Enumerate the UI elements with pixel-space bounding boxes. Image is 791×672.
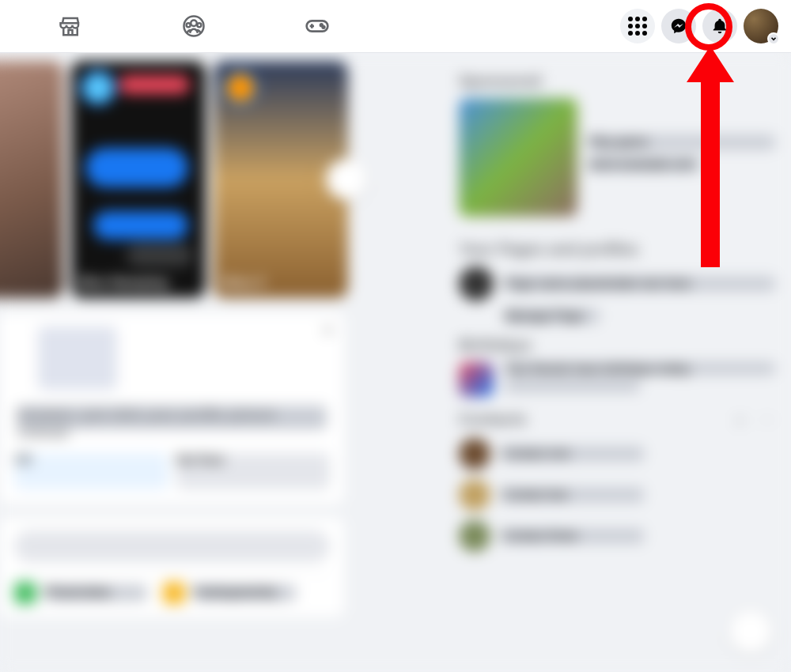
main-column: Story 1 Blue Stamping Story 3 × browser,… — [0, 61, 356, 617]
page-name: Page name placeholder text here — [505, 277, 775, 291]
composer-input[interactable] — [14, 530, 330, 562]
gaming-icon — [305, 13, 330, 39]
contact-avatar — [459, 520, 490, 552]
story-card[interactable]: Story 3 — [214, 61, 348, 298]
feeling-icon — [163, 582, 185, 604]
promo-actions: OK Not Now — [14, 453, 330, 489]
contact-name: Contact three — [501, 529, 644, 543]
contact-item[interactable]: Contact one — [459, 438, 775, 470]
contacts-title: Contacts — [459, 410, 527, 428]
ad-subtitle: store.example.com — [589, 157, 701, 172]
manage-page-label: Manage Page — [505, 309, 600, 323]
promo-primary-button[interactable]: OK — [14, 453, 168, 489]
composer-photo-label: Photo/video — [44, 585, 147, 601]
search-icon[interactable]: ⌕ — [736, 410, 745, 428]
promo-secondary-button[interactable]: Not Now — [176, 453, 331, 489]
story-avatar — [81, 70, 115, 105]
contact-name: Contact two — [501, 488, 644, 502]
story-label — [119, 75, 190, 94]
chat-bubble — [93, 211, 188, 240]
notifications-button[interactable] — [702, 9, 737, 43]
contact-avatar — [459, 479, 490, 511]
composer-photo-button[interactable]: Photo/video — [14, 582, 147, 604]
page-avatar — [459, 266, 494, 301]
promo-image — [38, 327, 117, 390]
groups-nav[interactable] — [180, 12, 208, 40]
top-bar — [0, 0, 791, 53]
svg-point-6 — [323, 26, 325, 28]
gaming-nav[interactable] — [303, 12, 331, 40]
contact-name: Contact one — [501, 447, 644, 461]
ad-image — [459, 98, 577, 217]
photo-icon — [14, 582, 36, 604]
chevron-down-icon — [767, 32, 780, 45]
bell-icon — [711, 17, 729, 35]
contacts-header: Contacts ⌕ ⋯ — [459, 410, 775, 428]
stories-next-button[interactable] — [326, 159, 367, 200]
composer-card: Photo/video Feeling/activity — [0, 518, 344, 617]
groups-icon — [182, 14, 206, 38]
svg-point-1 — [191, 21, 197, 27]
sponsored-title: Sponsored — [459, 72, 775, 90]
chat-bubble — [127, 244, 193, 266]
promo-card: × browser, just click your profile pictu… — [0, 312, 344, 504]
birthday-item[interactable]: Two friends have birthdays today. — [459, 362, 775, 397]
composer-feeling-button[interactable]: Feeling/activity — [163, 582, 296, 604]
ad-text: Play game store.example.com — [589, 135, 775, 179]
story-name: Blue Stamping — [79, 276, 198, 290]
grid-icon — [628, 17, 647, 36]
ad-title: Play game — [589, 135, 775, 149]
story-name: Story 3 — [221, 276, 340, 290]
messenger-button[interactable] — [661, 9, 696, 43]
account-button[interactable] — [744, 9, 778, 43]
chat-bubble — [85, 148, 188, 187]
marketplace-nav[interactable] — [56, 12, 85, 40]
story-name: Story 1 — [0, 276, 55, 290]
story-avatar — [223, 70, 258, 105]
right-column: Sponsored Play game store.example.com Yo… — [459, 61, 775, 561]
messenger-icon — [670, 17, 687, 35]
birthday-text-2 — [505, 379, 640, 392]
svg-point-3 — [197, 23, 201, 27]
birthday-text: Two friends have birthdays today. — [505, 362, 775, 375]
top-actions — [620, 9, 778, 43]
stories-tray[interactable]: Story 1 Blue Stamping Story 3 — [0, 61, 356, 298]
contact-avatar — [459, 438, 490, 470]
birthdays-title: Birthdays — [459, 336, 775, 354]
sponsored-ad[interactable]: Play game store.example.com — [459, 98, 775, 217]
gift-icon — [459, 362, 494, 397]
close-icon[interactable]: × — [323, 320, 333, 341]
page-item[interactable]: Page name placeholder text here — [459, 266, 775, 301]
top-nav — [13, 12, 331, 40]
contact-item[interactable]: Contact two — [459, 479, 775, 511]
marketplace-icon — [59, 14, 82, 38]
pages-title: Your Pages and profiles — [459, 240, 775, 259]
more-icon[interactable]: ⋯ — [759, 410, 775, 428]
feed-blurred: Story 1 Blue Stamping Story 3 × browser,… — [0, 53, 791, 672]
svg-point-2 — [187, 23, 191, 27]
new-message-fab[interactable] — [729, 610, 772, 653]
story-card[interactable]: Story 1 — [0, 61, 63, 298]
composer-actions: Photo/video Feeling/activity — [14, 573, 330, 604]
contact-item[interactable]: Contact three — [459, 520, 775, 552]
composer-feeling-label: Feeling/activity — [193, 585, 296, 601]
story-card[interactable]: Blue Stamping — [71, 61, 206, 298]
manage-page-link[interactable]: Manage Page — [459, 309, 775, 323]
menu-button[interactable] — [620, 9, 655, 43]
promo-text: browser, just click your profile picture… — [17, 406, 327, 429]
